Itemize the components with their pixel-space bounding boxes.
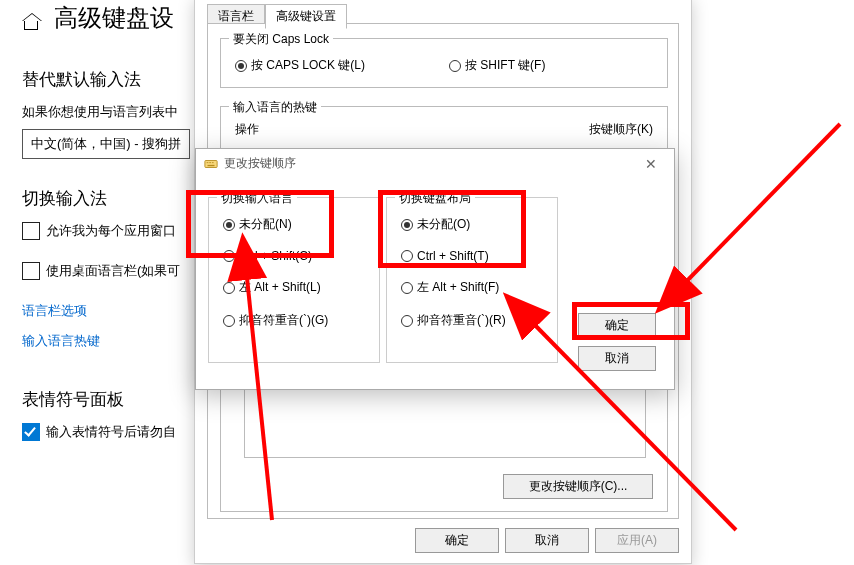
- dialog-title: 更改按键顺序: [224, 155, 296, 172]
- group-capslock: 要关闭 Caps Lock 按 CAPS LOCK 键(L) 按 SHIFT 键…: [220, 38, 668, 88]
- radio-layout-grave[interactable]: 抑音符重音(`)(R): [401, 312, 506, 329]
- cancel-button[interactable]: 取消: [578, 346, 656, 371]
- radio-shift-key-label: 按 SHIFT 键(F): [465, 57, 545, 74]
- ok-button[interactable]: 确定: [578, 313, 656, 338]
- cb-per-app-row[interactable]: 允许我为每个应用窗口: [22, 222, 192, 240]
- checkbox-unchecked-icon[interactable]: [22, 222, 40, 240]
- cb-emoji-label: 输入表情符号后请勿自: [46, 423, 176, 441]
- col-action: 操作: [235, 121, 259, 138]
- radio-unselected-icon[interactable]: [223, 282, 235, 294]
- cancel-button[interactable]: 取消: [505, 528, 589, 553]
- radio-unselected-icon[interactable]: [401, 250, 413, 262]
- radio-unselected-icon[interactable]: [223, 250, 235, 262]
- section-emoji-heading: 表情符号面板: [22, 388, 192, 411]
- cb-per-app-label: 允许我为每个应用窗口: [46, 222, 176, 240]
- radio-selected-icon[interactable]: [235, 60, 247, 72]
- link-input-hotkeys[interactable]: 输入语言热键: [22, 332, 192, 350]
- radio-layout-alt-shift-label: 左 Alt + Shift(F): [417, 279, 499, 296]
- input-language-radios: 未分配(N) Ctrl + Shift(C) 左 Alt + Shift(L) …: [223, 216, 328, 329]
- radio-shift-key[interactable]: 按 SHIFT 键(F): [449, 57, 545, 74]
- apply-button[interactable]: 应用(A): [595, 528, 679, 553]
- radio-layout-ctrl-shift-label: Ctrl + Shift(T): [417, 249, 489, 263]
- radio-capslock-key[interactable]: 按 CAPS LOCK 键(L): [235, 57, 365, 74]
- svg-rect-4: [208, 164, 215, 165]
- keyboard-layout-radios: 未分配(O) Ctrl + Shift(T) 左 Alt + Shift(F) …: [401, 216, 506, 329]
- ok-button[interactable]: 确定: [415, 528, 499, 553]
- left-column: 替代默认输入法 如果你想使用与语言列表中 中文(简体，中国) - 搜狗拼 切换输…: [22, 68, 192, 463]
- svg-rect-2: [209, 162, 211, 163]
- cb-desktop-langbar-row[interactable]: 使用桌面语言栏(如果可: [22, 262, 192, 280]
- radio-layout-ctrl-shift[interactable]: Ctrl + Shift(T): [401, 249, 506, 263]
- svg-rect-1: [207, 162, 209, 163]
- radio-layout-alt-shift[interactable]: 左 Alt + Shift(F): [401, 279, 506, 296]
- radio-input-unassigned[interactable]: 未分配(N): [223, 216, 328, 233]
- tab-advanced-keys[interactable]: 高级键设置: [265, 4, 347, 29]
- radio-input-alt-shift[interactable]: 左 Alt + Shift(L): [223, 279, 328, 296]
- radio-unselected-icon[interactable]: [223, 315, 235, 327]
- radio-input-grave[interactable]: 抑音符重音(`)(G): [223, 312, 328, 329]
- radio-input-unassigned-label: 未分配(N): [239, 216, 292, 233]
- switch-input-language-title: 切换输入语言: [217, 190, 297, 207]
- radio-unselected-icon[interactable]: [401, 315, 413, 327]
- radio-unselected-icon[interactable]: [401, 282, 413, 294]
- dialog-titlebar: 更改按键顺序 ✕: [196, 149, 674, 178]
- radio-selected-icon[interactable]: [401, 219, 413, 231]
- change-key-sequence-dialog: 更改按键顺序 ✕ 切换输入语言 未分配(N) Ctrl + Shift(C) 左…: [195, 148, 675, 390]
- dialog-bottom-buttons: 确定 取消 应用(A): [415, 528, 679, 553]
- change-sequence-button[interactable]: 更改按键顺序(C)...: [503, 474, 653, 499]
- keyboard-icon: [204, 157, 218, 171]
- group-hotkeys-title: 输入语言的热键: [229, 99, 321, 116]
- dialog-action-buttons: 确定 取消: [578, 313, 656, 371]
- change-seq-btn-wrap: 更改按键顺序(C)...: [503, 474, 653, 499]
- radio-unselected-icon[interactable]: [449, 60, 461, 72]
- page-title: 高级键盘设: [54, 2, 174, 34]
- cb-emoji-row[interactable]: 输入表情符号后请勿自: [22, 423, 192, 441]
- checkbox-unchecked-icon[interactable]: [22, 262, 40, 280]
- group-switch-input-language: 切换输入语言 未分配(N) Ctrl + Shift(C) 左 Alt + Sh…: [208, 197, 380, 363]
- col-keys: 按键顺序(K): [589, 121, 653, 138]
- home-icon[interactable]: [24, 14, 42, 32]
- group-capslock-title: 要关闭 Caps Lock: [229, 31, 333, 48]
- radio-selected-icon[interactable]: [223, 219, 235, 231]
- radio-layout-grave-label: 抑音符重音(`)(R): [417, 312, 506, 329]
- close-icon: ✕: [645, 156, 657, 172]
- radio-input-ctrl-shift-label: Ctrl + Shift(C): [239, 249, 312, 263]
- group-switch-keyboard-layout: 切换键盘布局 未分配(O) Ctrl + Shift(T) 左 Alt + Sh…: [386, 197, 558, 363]
- section-replace-heading: 替代默认输入法: [22, 68, 192, 91]
- radio-layout-unassigned[interactable]: 未分配(O): [401, 216, 506, 233]
- cb-desktop-langbar-label: 使用桌面语言栏(如果可: [46, 262, 180, 280]
- default-ime-select[interactable]: 中文(简体，中国) - 搜狗拼: [22, 129, 190, 159]
- radio-input-grave-label: 抑音符重音(`)(G): [239, 312, 328, 329]
- radio-capslock-key-label: 按 CAPS LOCK 键(L): [251, 57, 365, 74]
- section-switch-heading: 切换输入法: [22, 187, 192, 210]
- radio-layout-unassigned-label: 未分配(O): [417, 216, 470, 233]
- close-button[interactable]: ✕: [636, 156, 666, 172]
- svg-rect-3: [212, 162, 214, 163]
- checkbox-checked-icon[interactable]: [22, 423, 40, 441]
- radio-input-ctrl-shift[interactable]: Ctrl + Shift(C): [223, 249, 328, 263]
- svg-rect-0: [205, 160, 217, 167]
- radio-input-alt-shift-label: 左 Alt + Shift(L): [239, 279, 321, 296]
- link-langbar-options[interactable]: 语言栏选项: [22, 302, 192, 320]
- replace-desc: 如果你想使用与语言列表中: [22, 103, 192, 121]
- switch-keyboard-layout-title: 切换键盘布局: [395, 190, 475, 207]
